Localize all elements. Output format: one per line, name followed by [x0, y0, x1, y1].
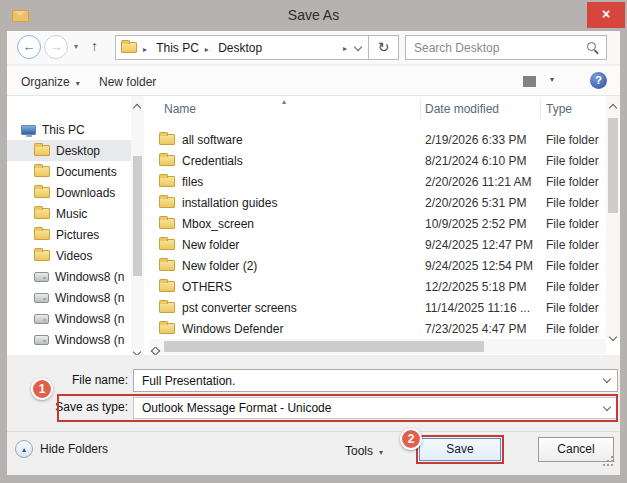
file-row[interactable]: New folder (2) 9/24/2025 12:54 PM File f… — [144, 255, 606, 276]
organize-button[interactable]: Organize▾ — [21, 75, 80, 89]
file-name-input[interactable] — [133, 369, 618, 392]
address-bar: ← → ▾ ↑ ▸ This PC ▸ Desktop ▸ ↻ — [7, 31, 620, 65]
sidebar-item-icon — [34, 145, 50, 156]
dialog-content: ← → ▾ ↑ ▸ This PC ▸ Desktop ▸ ↻ — [7, 31, 620, 475]
type-cell: File folder — [546, 196, 606, 210]
date-modified-cell: 9/24/2025 12:47 PM — [425, 238, 546, 252]
file-name-cell: Mbox_screen — [182, 217, 425, 231]
sidebar-item-icon — [34, 208, 50, 219]
file-row[interactable]: Windows Defender 7/23/2025 4:47 PM File … — [144, 318, 606, 339]
type-cell: File folder — [546, 154, 606, 168]
sidebar-item[interactable]: Documents — [7, 161, 131, 182]
tools-button[interactable]: Tools▾ — [345, 444, 383, 458]
sidebar-item-label: Windows8 (n — [55, 333, 124, 347]
breadcrumb[interactable]: ▸ This PC ▸ Desktop — [115, 35, 369, 60]
sidebar-item-icon — [34, 166, 50, 177]
file-name-cell: Credentials — [182, 154, 425, 168]
file-name-label: File name: — [7, 373, 128, 387]
views-dropdown-icon[interactable]: ▾ — [550, 75, 554, 84]
sidebar-item[interactable]: Pictures — [7, 224, 131, 245]
hide-folders-label: Hide Folders — [40, 442, 108, 456]
sidebar-item[interactable]: Downloads — [7, 182, 131, 203]
change-view-icon[interactable] — [523, 76, 536, 87]
hide-folders-button[interactable]: ▴ Hide Folders — [15, 440, 108, 458]
sidebar-item-icon — [34, 272, 49, 282]
sort-ascending-icon: ▴ — [282, 97, 286, 106]
scrollbar-thumb[interactable] — [133, 156, 142, 276]
column-divider[interactable] — [540, 100, 541, 119]
new-folder-button[interactable]: New folder — [99, 75, 156, 89]
tools-label: Tools — [345, 444, 373, 458]
sidebar-item[interactable]: Windows8 (n — [7, 308, 131, 329]
save-button[interactable]: Save — [419, 438, 501, 461]
breadcrumb-trailing-arrow-icon[interactable]: ▸ — [343, 44, 347, 53]
scroll-down-icon[interactable] — [610, 329, 617, 336]
recent-locations-dropdown[interactable]: ▾ — [74, 42, 78, 51]
sidebar-scrollbar[interactable] — [131, 96, 144, 355]
sidebar-item[interactable]: Music — [7, 203, 131, 224]
breadcrumb-item[interactable]: This PC — [156, 41, 199, 55]
forward-button[interactable]: → — [44, 35, 68, 59]
cancel-button[interactable]: Cancel — [538, 437, 614, 462]
column-divider[interactable] — [420, 100, 421, 119]
horizontal-scrollbar[interactable] — [150, 339, 606, 354]
type-cell: File folder — [546, 259, 606, 273]
scroll-up-icon[interactable] — [134, 100, 141, 107]
close-button[interactable]: × — [587, 2, 625, 28]
type-cell: File folder — [546, 322, 606, 336]
breadcrumb-item[interactable]: Desktop — [218, 41, 262, 55]
search-input[interactable] — [406, 36, 606, 59]
file-row[interactable]: New folder 9/24/2025 12:47 PM File folde… — [144, 234, 606, 255]
date-modified-cell: 2/19/2026 6:33 PM — [425, 133, 546, 147]
folder-icon — [159, 197, 175, 208]
column-header-date-modified[interactable]: Date modified — [425, 96, 499, 123]
file-row[interactable]: Mbox_screen 10/9/2025 2:52 PM File folde… — [144, 213, 606, 234]
sidebar-item[interactable]: Windows8 (n — [7, 329, 131, 350]
up-button[interactable]: ↑ — [91, 38, 98, 54]
sidebar-item-label: Music — [56, 207, 87, 221]
help-button[interactable]: ? — [590, 72, 607, 89]
column-header-name[interactable]: Name — [164, 96, 196, 123]
sidebar-item-icon — [34, 250, 50, 261]
scrollbar-thumb[interactable] — [608, 118, 618, 213]
date-modified-cell: 11/14/2025 11:16 ... — [425, 301, 546, 315]
scroll-right-icon[interactable] — [153, 343, 160, 350]
type-cell: File folder — [546, 301, 606, 315]
file-name-cell: New folder (2) — [182, 259, 425, 273]
file-row[interactable]: Credentials 8/21/2024 6:10 PM File folde… — [144, 150, 606, 171]
sidebar-item[interactable]: Desktop — [7, 140, 131, 161]
breadcrumb-separator-icon: ▸ — [143, 45, 147, 54]
file-row[interactable]: installation guides 2/20/2026 5:31 PM Fi… — [144, 192, 606, 213]
file-row[interactable]: files 2/20/2026 11:21 AM File folder — [144, 171, 606, 192]
refresh-button[interactable]: ↻ — [368, 35, 399, 60]
resize-grip[interactable] — [611, 464, 613, 466]
chevron-down-icon: ▾ — [379, 448, 383, 457]
vertical-scrollbar[interactable] — [606, 96, 620, 339]
scroll-up-icon[interactable] — [610, 100, 617, 107]
scrollbar-thumb[interactable] — [164, 341, 484, 352]
collapse-up-icon: ▴ — [15, 440, 33, 458]
scroll-down-icon[interactable] — [134, 344, 141, 351]
annotation-rectangle-1 — [57, 394, 618, 422]
type-cell: File folder — [546, 175, 606, 189]
file-row[interactable]: all software 2/19/2026 6:33 PM File fold… — [144, 129, 606, 150]
title-bar: Save As × — [0, 0, 627, 31]
sidebar-item-label: Documents — [56, 165, 117, 179]
sidebar-item[interactable]: This PC — [7, 119, 131, 140]
file-row[interactable]: OTHERS 12/2/2025 5:18 PM File folder — [144, 276, 606, 297]
sidebar-item-label: Windows8 (n — [55, 270, 124, 284]
file-list-rows: all software 2/19/2026 6:33 PM File fold… — [144, 129, 606, 339]
sidebar-item-icon — [34, 335, 49, 345]
back-button[interactable]: ← — [17, 35, 41, 59]
sidebar-item[interactable]: Videos — [7, 245, 131, 266]
file-name-cell: files — [182, 175, 425, 189]
column-header-type[interactable]: Type — [546, 96, 572, 123]
type-cell: File folder — [546, 280, 606, 294]
file-row[interactable]: pst converter screens 11/14/2025 11:16 .… — [144, 297, 606, 318]
organize-label: Organize — [21, 75, 70, 89]
sidebar-item[interactable]: Windows8 (n — [7, 287, 131, 308]
folder-icon — [159, 239, 175, 250]
sidebar-item-label: Videos — [56, 249, 92, 263]
sidebar-item[interactable]: Windows8 (n — [7, 266, 131, 287]
sidebar-item-icon — [34, 187, 50, 198]
